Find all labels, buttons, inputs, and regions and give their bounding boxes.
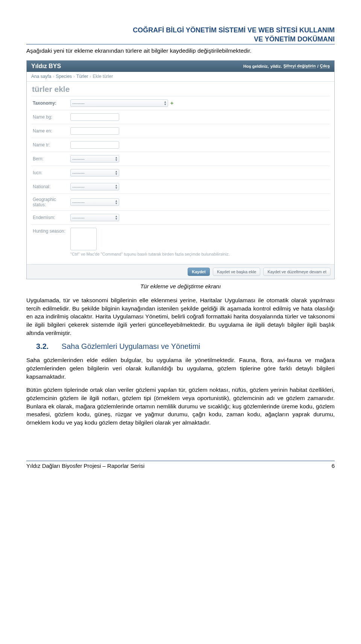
hunting-season-multiselect[interactable] <box>70 228 97 250</box>
save-add-another-button[interactable]: Kaydet ve başka ekle <box>213 268 261 276</box>
crumb-species[interactable]: Species <box>56 74 72 79</box>
add-taxonomy-icon[interactable]: + <box>170 100 173 106</box>
app-topbar: Yıldız BYS Hoş geldiniz, yildiz. Şifreyi… <box>27 61 334 72</box>
crumb-current: Ekle türler <box>93 74 113 79</box>
doc-header-line1: COĞRAFİ BİLGİ YÖNETİM SİSTEMİ VE WEB SİT… <box>26 26 335 35</box>
change-password-link[interactable]: Şifreyi değiştirin <box>283 64 315 69</box>
welcome-label: Hoş geldiniz, <box>243 64 269 69</box>
section-heading: 3.2. Saha Gözlemleri Uygulaması ve Yönet… <box>36 342 335 351</box>
bern-value: --------- <box>72 157 85 161</box>
select-arrows-icon: ▴▾ <box>115 170 117 175</box>
bern-select[interactable]: --------- ▴▾ <box>70 155 119 163</box>
save-button[interactable]: Kaydet <box>188 268 210 276</box>
select-arrows-icon: ▴▾ <box>115 184 117 189</box>
crumb-turler[interactable]: Türler <box>76 74 88 79</box>
select-arrows-icon: ▴▾ <box>115 215 117 220</box>
section-title: Saha Gözlemleri Uygulaması ve Yönetimi <box>62 342 200 350</box>
select-arrows-icon: ▴▾ <box>115 156 117 161</box>
multiselect-help: "Ctrl" ve Mac'de "Command" tuşunu basılı… <box>70 252 230 256</box>
label-name-en: Name en: <box>33 128 70 134</box>
header-rule <box>26 44 335 44</box>
label-geographic-status: Geographic status: <box>33 197 70 207</box>
label-iucn: Iucn: <box>33 170 70 175</box>
logout-link[interactable]: Çıkış <box>320 64 330 69</box>
label-endemism: Endemism: <box>33 215 70 220</box>
figure-caption: Tür ekleme ve değiştirme ekranı <box>26 283 335 289</box>
label-hunting-season: Hunting season: <box>33 228 70 234</box>
endemism-select[interactable]: --------- ▴▾ <box>70 214 119 221</box>
taxonomy-value: --------- <box>72 101 85 105</box>
screenshot-panel: Yıldız BYS Hoş geldiniz, yildiz. Şifreyi… <box>26 60 335 279</box>
endemism-value: --------- <box>72 215 85 220</box>
separator: / <box>317 64 319 69</box>
page-title: türler ekle <box>32 85 330 94</box>
label-name-bg: Name bg: <box>33 114 70 120</box>
intro-paragraph: Aşağıdaki yeni tür ekleme ekranından tür… <box>26 47 335 55</box>
body-paragraph-1: Uygulamada, tür ve taksonomi bilgilerini… <box>26 296 335 337</box>
username: yildiz. <box>270 64 282 69</box>
label-bern: Bern: <box>33 156 70 161</box>
page-footer: Yıldız Dağları Biyosfer Projesi – Raporl… <box>26 461 335 469</box>
doc-header-line2: VE YÖNETİM DOKÜMANI <box>26 35 335 44</box>
footer-rule <box>26 461 335 461</box>
breadcrumb: Ana sayfa› Species› Türler› Ekle türler <box>27 72 334 82</box>
geo-value: --------- <box>72 200 85 204</box>
select-arrows-icon: ▴▾ <box>115 199 117 205</box>
page-number: 6 <box>332 463 335 469</box>
app-brand: Yıldız BYS <box>31 63 61 70</box>
national-select[interactable]: --------- ▴▾ <box>70 183 119 190</box>
label-taxonomy: Taxonomy: <box>33 100 70 106</box>
footer-left: Yıldız Dağları Biyosfer Projesi – Raporl… <box>26 463 144 469</box>
user-tools: Hoş geldiniz, yildiz. Şifreyi değiştirin… <box>243 64 330 69</box>
iucn-select[interactable]: --------- ▴▾ <box>70 169 119 177</box>
crumb-home[interactable]: Ana sayfa <box>31 74 51 79</box>
geographic-status-select[interactable]: --------- ▴▾ <box>70 198 119 206</box>
name-en-input[interactable] <box>70 127 119 135</box>
label-name-tr: Name tr: <box>33 142 70 148</box>
taxonomy-select[interactable]: --------- ▴▾ <box>70 99 168 107</box>
national-value: --------- <box>72 184 85 189</box>
iucn-value: --------- <box>72 171 85 175</box>
save-continue-button[interactable]: Kaydet ve düzeltmeye devam et <box>263 268 331 276</box>
button-bar: Kaydet Kaydet ve başka ekle Kaydet ve dü… <box>27 264 334 279</box>
select-arrows-icon: ▴▾ <box>164 100 166 106</box>
name-bg-input[interactable] <box>70 113 119 121</box>
body-paragraph-2: Saha gözlemlerinden elde edilen bulgular… <box>26 356 335 381</box>
section-number: 3.2. <box>36 342 49 350</box>
label-national: National: <box>33 184 70 189</box>
name-tr-input[interactable] <box>70 141 119 149</box>
body-paragraph-3: Bütün gözlem tiplerinde ortak olan veril… <box>26 386 335 426</box>
